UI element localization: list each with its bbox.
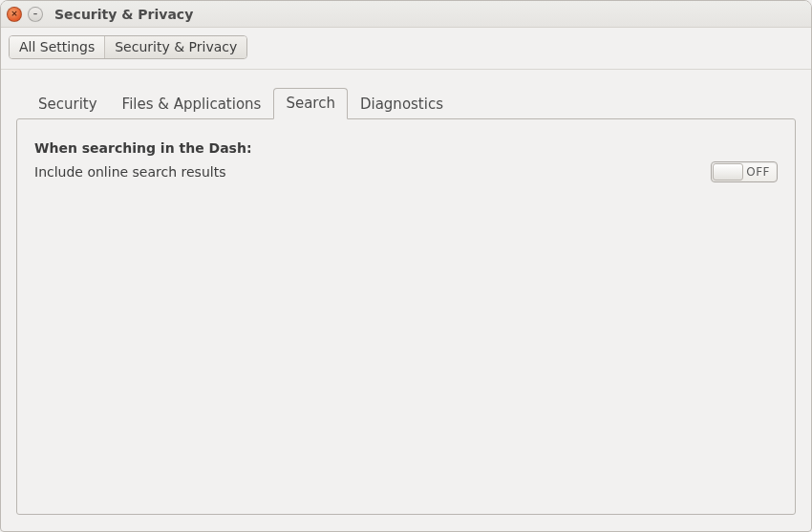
toggle-knob (713, 163, 743, 181)
toolbar: All Settings Security & Privacy (1, 28, 811, 70)
toggle-state-label: OFF (746, 165, 770, 179)
content-area: Security Files & Applications Search Dia… (1, 70, 811, 531)
include-online-row: Include online search results OFF (34, 161, 778, 182)
tab-files-applications[interactable]: Files & Applications (110, 89, 274, 119)
panel-heading: When searching in the Dash: (34, 140, 778, 156)
tab-search[interactable]: Search (273, 88, 348, 119)
window-title: Security & Privacy (54, 7, 193, 22)
include-online-label: Include online search results (34, 164, 225, 180)
tab-security[interactable]: Security (26, 89, 110, 119)
settings-window: × – Security & Privacy All Settings Secu… (0, 0, 812, 532)
include-online-toggle[interactable]: OFF (711, 161, 778, 182)
minimize-icon[interactable]: – (28, 7, 43, 22)
tab-panel-search: When searching in the Dash: Include onli… (16, 118, 796, 515)
close-icon[interactable]: × (7, 7, 22, 22)
breadcrumb-current[interactable]: Security & Privacy (105, 36, 246, 58)
tab-diagnostics[interactable]: Diagnostics (348, 89, 456, 119)
titlebar: × – Security & Privacy (1, 1, 811, 28)
breadcrumb-all-settings[interactable]: All Settings (10, 36, 105, 58)
tabstrip: Security Files & Applications Search Dia… (16, 87, 796, 118)
breadcrumb: All Settings Security & Privacy (9, 35, 247, 59)
